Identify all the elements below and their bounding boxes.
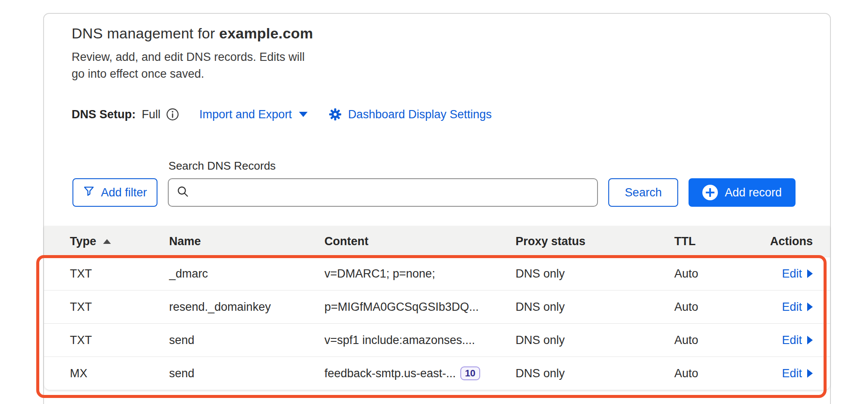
import-export-dropdown[interactable]: Import and Export — [199, 108, 308, 121]
cell-name: send — [169, 367, 324, 380]
column-header-type-label: Type — [70, 235, 96, 248]
cell-type: TXT — [70, 267, 169, 281]
column-header-proxy-status: Proxy status — [516, 235, 674, 248]
cell-proxy-status: DNS only — [516, 334, 674, 347]
subtitle-line-2: go into effect once saved. — [72, 66, 830, 82]
dns-management-card: DNS management for example.com Review, a… — [43, 13, 831, 404]
cell-actions: Edit — [761, 300, 813, 314]
record-content-text: feedback-smtp.us-east-... — [324, 367, 456, 380]
add-record-button[interactable]: Add record — [689, 178, 796, 207]
cell-ttl: Auto — [674, 367, 761, 380]
table-row: TXT _dmarc v=DMARC1; p=none; DNS only Au… — [44, 257, 830, 290]
cell-proxy-status: DNS only — [516, 267, 674, 281]
cell-proxy-status: DNS only — [516, 300, 674, 314]
page-title-domain: example.com — [219, 25, 313, 41]
cell-type: TXT — [70, 334, 169, 347]
dashboard-display-settings-label: Dashboard Display Settings — [348, 108, 492, 121]
edit-record-link[interactable]: Edit — [782, 367, 813, 380]
chevron-right-icon — [807, 303, 813, 311]
plus-icon — [702, 185, 718, 200]
subtitle-line-1: Review, add, and edit DNS records. Edits… — [72, 49, 830, 66]
dns-setup-label: DNS Setup: — [72, 108, 136, 121]
cell-content: feedback-smtp.us-east-... 10 — [324, 366, 516, 380]
edit-record-link[interactable]: Edit — [782, 267, 813, 281]
import-export-label: Import and Export — [199, 108, 292, 121]
page-title-prefix: DNS management for — [72, 25, 219, 41]
edit-link-label: Edit — [782, 367, 802, 380]
chevron-right-icon — [807, 269, 813, 278]
column-header-type[interactable]: Type — [70, 235, 169, 248]
cell-name: send — [169, 334, 324, 347]
cell-name: resend._domainkey — [169, 300, 324, 314]
cell-actions: Edit — [761, 367, 813, 380]
add-filter-label: Add filter — [101, 186, 147, 199]
search-box — [168, 178, 598, 207]
gear-icon — [328, 107, 342, 121]
search-button[interactable]: Search — [608, 178, 678, 207]
record-content-text: v=spf1 include:amazonses.... — [324, 334, 475, 347]
edit-record-link[interactable]: Edit — [782, 300, 813, 314]
add-filter-button[interactable]: Add filter — [72, 178, 157, 207]
cell-ttl: Auto — [674, 300, 761, 314]
record-content-text: p=MIGfMA0GCSqGSIb3DQ... — [324, 300, 479, 314]
mx-priority-badge: 10 — [460, 366, 480, 380]
cell-proxy-status: DNS only — [516, 367, 674, 380]
cell-name: _dmarc — [169, 267, 324, 281]
card-header: DNS management for example.com Review, a… — [44, 14, 830, 82]
table-header-row: Type Name Content Proxy status TTL Actio… — [44, 226, 830, 257]
dns-records-table: Type Name Content Proxy status TTL Actio… — [44, 226, 830, 390]
cell-content: v=DMARC1; p=none; — [324, 267, 516, 281]
cell-content: p=MIGfMA0GCSqGSIb3DQ... — [324, 300, 516, 314]
cell-ttl: Auto — [674, 334, 761, 347]
info-icon[interactable] — [166, 107, 179, 121]
table-row: MX send feedback-smtp.us-east-... 10 DNS… — [44, 357, 830, 390]
record-content-text: v=DMARC1; p=none; — [324, 267, 435, 281]
search-records-label: Search DNS Records — [169, 159, 598, 173]
sort-ascending-icon — [103, 239, 111, 244]
dashboard-display-settings-link[interactable]: Dashboard Display Settings — [328, 107, 492, 121]
table-row: TXT resend._domainkey p=MIGfMA0GCSqGSIb3… — [44, 290, 830, 323]
edit-link-label: Edit — [782, 334, 802, 347]
chevron-right-icon — [807, 369, 813, 378]
column-header-actions: Actions — [761, 235, 813, 248]
search-group: Search DNS Records — [168, 159, 598, 207]
cell-content: v=spf1 include:amazonses.... — [324, 334, 516, 347]
dns-setup-value: Full — [142, 108, 161, 121]
dns-setup-row: DNS Setup: Full Import and Export — [72, 107, 830, 121]
search-icon — [176, 185, 189, 200]
column-header-ttl: TTL — [674, 235, 761, 248]
chevron-down-icon — [299, 112, 308, 117]
table-row: TXT send v=spf1 include:amazonses.... DN… — [44, 323, 830, 357]
cell-type: TXT — [70, 300, 169, 314]
search-button-label: Search — [625, 186, 662, 199]
column-header-name: Name — [169, 235, 324, 248]
records-toolbar: Add filter Search DNS Records Search Add… — [72, 159, 796, 207]
column-header-content: Content — [324, 235, 516, 248]
edit-link-label: Edit — [782, 267, 802, 281]
page-subtitle: Review, add, and edit DNS records. Edits… — [72, 49, 830, 82]
cell-actions: Edit — [761, 267, 813, 281]
cell-type: MX — [70, 367, 169, 380]
chevron-right-icon — [807, 336, 813, 344]
filter-icon — [83, 185, 95, 200]
edit-link-label: Edit — [782, 300, 802, 314]
cell-ttl: Auto — [674, 267, 761, 281]
page-title: DNS management for example.com — [72, 25, 830, 42]
search-input[interactable] — [195, 186, 590, 199]
edit-record-link[interactable]: Edit — [782, 334, 813, 347]
cell-actions: Edit — [761, 334, 813, 347]
add-record-label: Add record — [725, 186, 782, 199]
